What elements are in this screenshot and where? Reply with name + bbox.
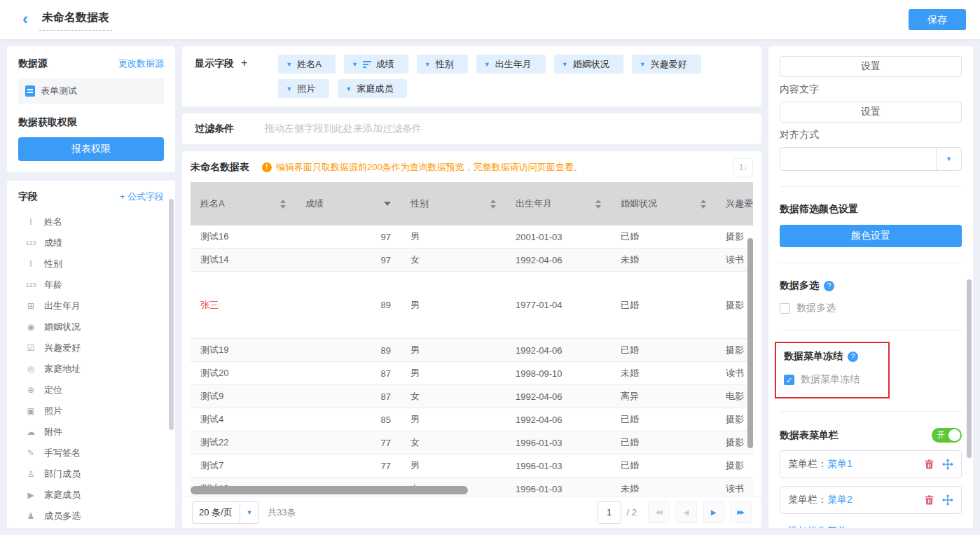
field-label: 成员多选 xyxy=(44,510,81,522)
field-item[interactable]: ☑兴趣爱好 xyxy=(18,338,164,359)
divider xyxy=(780,411,962,412)
filter-dropzone[interactable]: 拖动左侧字段到此处来添加过滤条件 xyxy=(265,123,422,135)
column-header[interactable]: 婚姻状况 xyxy=(611,182,716,225)
change-datasource-link[interactable]: 更改数据源 xyxy=(118,57,164,70)
menu-bar-item[interactable]: 菜单栏：菜单2 xyxy=(780,486,962,514)
field-chip[interactable]: ▼出生年月 xyxy=(476,55,546,74)
chip-label: 兴趣爱好 xyxy=(651,58,687,71)
menu-freeze-checkbox-row[interactable]: ✓ 数据菜单冻结 xyxy=(784,373,881,386)
add-action-menu-link[interactable]: + 添加操作菜单 xyxy=(780,525,847,528)
chip-label: 婚姻状况 xyxy=(573,58,609,71)
table-vertical-scrollbar[interactable] xyxy=(747,238,753,448)
page-number-input[interactable]: 1 xyxy=(598,501,621,524)
column-header[interactable]: 兴趣爱好 xyxy=(716,182,753,225)
header-text-set-button[interactable]: 设置 xyxy=(780,56,962,77)
help-icon[interactable]: ? xyxy=(824,281,834,291)
datasource-item-label: 表单测试 xyxy=(41,85,77,97)
field-item[interactable]: ✎手写签名 xyxy=(18,443,164,464)
position-field-icon: ⊕ xyxy=(24,385,38,395)
center-panel: 显示字段 + ▼姓名A ▼成绩 ▼性别 ▼出生年月 ▼婚姻状况 ▼兴趣爱好 ▼照… xyxy=(182,46,761,528)
annotation-highlight: 数据菜单冻结 ? ✓ 数据菜单冻结 xyxy=(775,342,890,398)
table-row: 测试1989男1992-04-06已婚摄影 xyxy=(191,339,753,362)
sort-both-icon[interactable] xyxy=(490,200,496,209)
location-field-icon: ◎ xyxy=(24,364,38,374)
column-header[interactable]: 成绩 xyxy=(296,182,401,225)
move-icon[interactable] xyxy=(942,459,953,470)
field-item[interactable]: ♙部门成员 xyxy=(18,464,164,485)
field-item[interactable]: ▶家庭成员 xyxy=(18,485,164,506)
last-page-button[interactable]: ▶▶ xyxy=(730,501,752,523)
save-button[interactable]: 保存 xyxy=(909,9,966,30)
field-chip[interactable]: ▼兴趣爱好 xyxy=(632,55,701,74)
datasource-item[interactable]: 表单测试 xyxy=(18,78,164,104)
page-title[interactable]: 未命名数据表 xyxy=(39,9,112,31)
field-item[interactable]: ⊞出生年月 xyxy=(18,296,164,317)
menu-item-name[interactable]: 菜单1 xyxy=(827,458,853,471)
report-permission-button[interactable]: 报表权限 xyxy=(18,137,164,161)
column-header[interactable]: 性别 xyxy=(401,182,506,225)
multi-select-label: 数据多选 ? xyxy=(780,279,962,292)
menu-item-name[interactable]: 菜单2 xyxy=(827,494,853,506)
delete-icon[interactable] xyxy=(924,459,934,470)
settings-scrollbar[interactable] xyxy=(967,279,972,458)
field-chip-sorted[interactable]: ▼成绩 xyxy=(344,55,408,74)
field-chip[interactable]: ▼婚姻状况 xyxy=(554,55,623,74)
color-settings-button[interactable]: 颜色设置 xyxy=(780,225,962,247)
page-total: / 2 xyxy=(627,507,637,517)
table-horizontal-scrollbar[interactable] xyxy=(191,486,468,494)
delete-icon[interactable] xyxy=(924,494,934,506)
menu-bar-item[interactable]: 菜单栏：菜单1 xyxy=(780,450,962,478)
field-label: 附件 xyxy=(44,426,62,438)
field-label: 成绩 xyxy=(44,237,62,249)
first-page-button[interactable]: ◀◀ xyxy=(648,501,670,523)
prev-page-button[interactable]: ◀ xyxy=(675,501,697,523)
table-menu-toggle[interactable]: 开 xyxy=(932,428,962,443)
table-row: 测试2087男1998-09-10未婚读书 xyxy=(191,362,753,385)
help-icon[interactable]: ? xyxy=(848,352,858,362)
field-chip[interactable]: ▼姓名A xyxy=(278,55,336,74)
field-item[interactable]: 123成绩 xyxy=(18,232,164,253)
next-page-button[interactable]: ▶ xyxy=(703,501,724,523)
field-item[interactable]: ◉婚姻状况 xyxy=(18,317,164,338)
field-item[interactable]: I性别 xyxy=(18,253,164,275)
field-item[interactable]: 123年龄 xyxy=(18,275,164,296)
fields-scrollbar[interactable] xyxy=(169,199,174,430)
sort-desc-active-icon[interactable] xyxy=(384,202,391,206)
sort-both-icon[interactable] xyxy=(701,200,706,209)
add-formula-field-link[interactable]: + 公式字段 xyxy=(120,190,164,203)
multi-member-field-icon: ♟ xyxy=(24,511,38,521)
content-text-set-button[interactable]: 设置 xyxy=(780,102,962,123)
column-header[interactable]: 姓名A xyxy=(191,182,296,225)
sort-desc-icon xyxy=(363,60,371,69)
field-chip[interactable]: ▼性别 xyxy=(417,55,468,74)
field-chip[interactable]: ▼家庭成员 xyxy=(338,79,407,98)
chevron-down-icon: ▼ xyxy=(425,61,431,68)
table-header-row: 姓名A 成绩 性别 出生年月 婚姻状况 兴趣爱好 xyxy=(191,182,753,225)
field-item[interactable]: ⊕定位 xyxy=(18,380,164,401)
column-header[interactable]: 出生年月 xyxy=(506,182,611,225)
chip-label: 成绩 xyxy=(376,58,394,71)
align-select[interactable]: ▼ xyxy=(780,147,962,171)
field-item[interactable]: ▣照片 xyxy=(18,401,164,422)
sort-both-icon[interactable] xyxy=(280,200,286,209)
left-sidebar: 数据源 更改数据源 表单测试 数据获取权限 报表权限 字段 + 公式字段 I姓名… xyxy=(7,46,175,528)
total-count: 共33条 xyxy=(268,506,296,519)
back-icon[interactable]: ‹ xyxy=(22,11,28,27)
field-label: 姓名 xyxy=(44,216,62,228)
checkbox-checked-icon[interactable]: ✓ xyxy=(784,375,794,385)
checkbox-unchecked-icon[interactable] xyxy=(780,303,790,314)
field-item[interactable]: I姓名 xyxy=(18,211,164,232)
date-field-icon: ⊞ xyxy=(24,301,38,311)
sort-order-button[interactable]: 1↓ xyxy=(733,158,753,176)
field-item[interactable]: ☁附件 xyxy=(18,422,164,443)
field-item[interactable]: ◎家庭地址 xyxy=(18,359,164,380)
field-chip[interactable]: ▼照片 xyxy=(278,79,329,98)
move-icon[interactable] xyxy=(942,494,953,506)
add-display-field-button[interactable]: + xyxy=(241,57,247,69)
page-size-select[interactable]: 20 条/页 ▼ xyxy=(192,501,259,524)
sort-both-icon[interactable] xyxy=(595,200,601,209)
toggle-on-label: 开 xyxy=(937,431,945,439)
multi-select-checkbox-row[interactable]: 数据多选 xyxy=(780,302,962,314)
field-item[interactable]: ♟成员多选 xyxy=(18,506,164,527)
display-fields-card: 显示字段 + ▼姓名A ▼成绩 ▼性别 ▼出生年月 ▼婚姻状况 ▼兴趣爱好 ▼照… xyxy=(182,46,761,106)
